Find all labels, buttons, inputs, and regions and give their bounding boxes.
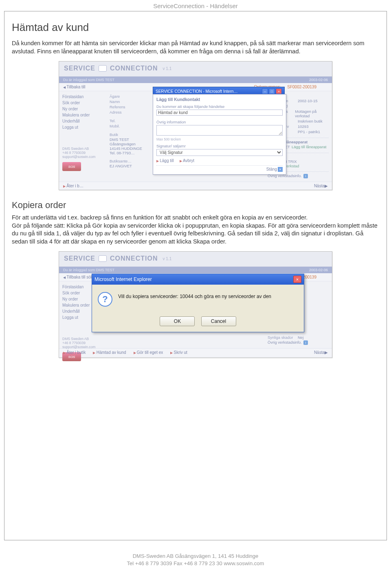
lbl-synliga: Synliga skador [268,335,296,340]
lbl-adr: Adress [110,110,129,114]
company-info-2: DMS Sweden AB +46 8 7793039 support@sosw… [62,336,107,350]
footer-line2: Tel +46 8 779 3039 Fax +46 8 779 23 30 w… [4,560,387,567]
brand-text-2b: CONNECTION [110,255,158,262]
val-synliga: Nej [298,335,303,340]
footer-line1: DMS-Sweden AB Gåsängsvägen 1, 141 45 Hud… [4,553,387,560]
info-icon[interactable]: i [303,340,308,345]
footer-item[interactable]: Åter i butik [63,350,86,355]
close-x-icon[interactable]: × [278,167,283,172]
ie-title-text: SERVICE CONNECTION - Microsoft Intern… [156,89,238,94]
version-label-2: v 1.1 [163,257,172,261]
section1-title: Hämtad av kund [12,21,379,34]
login-user: Du är inloggad som DMS TEST [63,78,114,82]
sidebar-item[interactable]: Underhåll [62,118,107,124]
ie-dialog-message: Vill du kopiera serviceorder: 10044 och … [118,292,271,299]
maximize-icon[interactable]: □ [269,88,275,94]
event-input[interactable] [156,110,283,116]
footer-back[interactable]: Åter i b… [63,184,83,188]
sidebar: Förstasidan Sök order Ny order Makulera … [62,94,107,178]
hint-max: Max 500 tecken [156,137,283,141]
ie-dialog-titlebar: Microsoft Internet Explorer × [92,274,304,285]
verkinfo-2: Övrig verkstadsinfo. [268,340,302,344]
sidebar-item[interactable]: Sök order [62,100,107,106]
app-brandbar: SERVICE CONNECTION v 1.1 [59,61,332,77]
sidebar-item[interactable]: Makulera order [62,112,107,118]
brand-text-1: SERVICE [64,65,95,72]
version-label: v 1.1 [163,66,172,71]
brand-text-1b: SERVICE [64,255,95,262]
val-status: Mottagen på verkstad [295,109,329,118]
ie-confirm-dialog: Microsoft Internet Explorer × ? Vill du … [92,274,304,332]
close-icon[interactable]: × [293,276,301,283]
footer-item[interactable]: Hämtad av kund [93,350,126,355]
cancel-button[interactable]: Cancel [201,316,236,326]
lane-link[interactable]: Lägg till låneapparat [292,145,327,149]
handshake-icon [99,255,107,262]
ie-dialog-title: Microsoft Internet Explorer [94,276,152,282]
app-screenshot-2: SERVICE CONNECTION v 1.1 Du är inloggad … [59,251,332,358]
crumb-back[interactable]: Tillbaka till [63,85,86,89]
close-label[interactable]: Stäng [266,167,277,171]
sidebar-item[interactable]: Förstasidan [62,94,107,100]
document-frame: Hämtad av kund Då kunden kommer för att … [4,11,387,540]
label-event: Du kommer att skapa följande händelse [156,104,283,109]
right-bottom: Synliga skadorNej Övrig verkstadsinfo.i [268,335,329,345]
add-button[interactable]: Lägg till [156,158,174,163]
signature-select[interactable]: Välj Signatur [156,149,283,156]
sos-logo: SOS [62,162,81,171]
brand-text-2: CONNECTION [110,65,158,72]
sidebar-item[interactable]: Ny order [62,106,107,112]
lbl-ref: Referens [110,105,129,109]
login-bar: Du är inloggad som DMS TEST 2003-02-06 [59,77,332,83]
val-urspr: Inskriven butik [298,119,323,123]
butik-title: Butik [110,132,129,137]
login-user-2: Du är inloggad som DMS TEST [63,268,114,272]
lbl-mob: Mobil. [110,124,129,128]
app-footer: Åter i b… Nästa▶ [59,182,332,190]
info-textarea[interactable] [156,125,283,136]
lbl-namn: Namn [110,99,129,104]
val-vnr: 10293 [298,124,308,129]
info-icon[interactable]: i [303,174,308,178]
crumb-order-num: SF0002-200139 [287,85,316,89]
handshake-icon [99,65,107,72]
close-icon[interactable]: × [276,88,282,94]
ok-button[interactable]: OK [160,316,195,326]
footer-item[interactable]: Skriv ut [170,350,187,355]
section2-title: Kopiera order [12,200,379,211]
footer-item[interactable]: Gör till eget ex [134,350,163,355]
login-date-2: 2003-02-06 [309,268,328,272]
dialog-heading: Lägg till Kundkontakt [156,97,283,102]
login-bar-2: Du är inloggad som DMS TEST 2003-02-06 [59,267,332,273]
login-date: 2003-02-06 [309,78,328,82]
section2-body: För att underlätta vid t.ex. backrep så … [12,214,379,246]
owner-title: Ägare [110,94,129,99]
lbl-tel: Tel. [110,118,129,123]
section1-body: Då kunden kommer för att hämta sin servi… [12,39,379,55]
footer-next-2[interactable]: Nästa▶ [314,350,328,355]
val-orderdatum: 2002-10-15 [298,99,318,103]
app-screenshot-1: SERVICE CONNECTION v 1.1 Du är inloggad … [59,61,332,190]
page-header: ServiceConnection - Händelser [4,0,387,11]
company-info: DMS Sweden AB +46 8 7793039 support@sosw… [62,146,107,160]
footer-next[interactable]: Nästa▶ [314,184,328,188]
label-signature: Signatur/ säljarnr [156,144,283,148]
label-info: Övrig information [156,120,283,124]
question-icon: ? [98,292,112,307]
minimize-icon[interactable]: – [262,88,268,94]
val-sign: PP1 - patrik1 [298,129,320,134]
cancel-button[interactable]: Avbryt [180,158,194,163]
butikant: Butiksante… [110,159,129,163]
add-contact-dialog: Lägg till Kundkontakt Du kommer att skap… [153,94,286,175]
page-footer: DMS-Sweden AB Gåsängsvägen 1, 141 45 Hud… [4,553,387,567]
sidebar-item[interactable]: Logga ut [62,124,107,130]
app-brandbar-2: SERVICE CONNECTION v 1.1 [59,252,332,267]
